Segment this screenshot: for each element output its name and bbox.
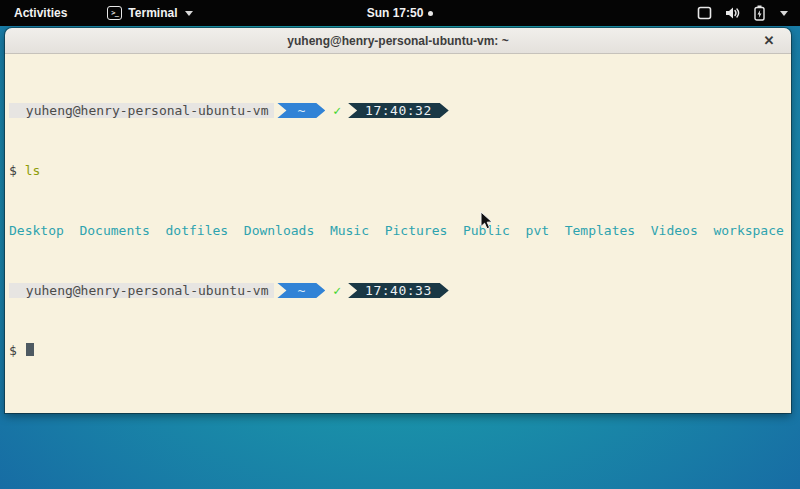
prompt-status-check-icon: ✓ [325, 103, 343, 118]
prompt-directory-segment: ~ [277, 103, 325, 118]
close-button[interactable]: ✕ [757, 28, 781, 53]
prompt-user-host: yuheng@henry-personal-ubuntu-vm [9, 103, 274, 118]
app-menu-label: Terminal [128, 6, 177, 20]
terminal-icon: >_ [107, 6, 122, 20]
prompt-status-check-icon: ✓ [325, 283, 343, 298]
terminal-cursor [26, 343, 34, 356]
input-spacer [17, 343, 25, 358]
prompt-time-segment: 17:40:33 [348, 283, 449, 298]
app-menu-terminal[interactable]: >_ Terminal [107, 0, 193, 26]
volume-icon [725, 6, 741, 20]
battery-charging-icon [754, 5, 765, 21]
prompt-user-host: yuheng@henry-personal-ubuntu-vm [9, 283, 274, 298]
desktop-background: Activities >_ Terminal Sun 17:50 [0, 0, 800, 489]
top-bar: Activities >_ Terminal Sun 17:50 [0, 0, 800, 26]
command-line: $ ls [9, 163, 787, 178]
prompt-dollar: $ [9, 163, 17, 178]
prompt-dollar: $ [9, 343, 17, 358]
command-spacer [17, 163, 25, 178]
window-title: yuheng@henry-personal-ubuntu-vm: ~ [287, 34, 508, 48]
chevron-down-icon [185, 11, 193, 16]
command-text: ls [25, 163, 41, 178]
prompt-line-2: yuheng@henry-personal-ubuntu-vm ~ ✓ 17:4… [9, 283, 787, 298]
prompt-line-1: yuheng@henry-personal-ubuntu-vm ~ ✓ 17:4… [9, 103, 787, 118]
chevron-down-icon [780, 11, 788, 16]
system-tray[interactable] [697, 0, 800, 26]
prompt-time-segment: 17:40:32 [348, 103, 449, 118]
terminal-window: yuheng@henry-personal-ubuntu-vm: ~ ✕ yuh… [5, 28, 791, 413]
activities-button[interactable]: Activities [0, 0, 81, 26]
display-icon [697, 6, 712, 20]
clock-label: Sun 17:50 [367, 6, 424, 20]
window-titlebar[interactable]: yuheng@henry-personal-ubuntu-vm: ~ ✕ [5, 28, 791, 54]
terminal-body[interactable]: yuheng@henry-personal-ubuntu-vm ~ ✓ 17:4… [5, 54, 791, 413]
directory-listing: Desktop Documents dotfiles Downloads Mus… [9, 223, 787, 238]
input-line[interactable]: $ [9, 343, 787, 358]
notification-dot-icon [428, 11, 433, 16]
prompt-directory-segment: ~ [277, 283, 325, 298]
